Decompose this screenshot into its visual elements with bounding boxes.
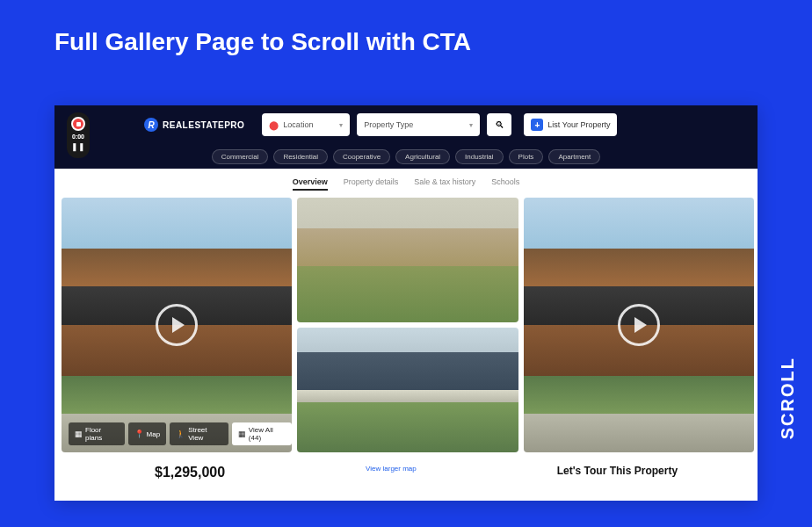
scroll-indicator: SCROLL [778,357,798,439]
gallery-thumb-cottage[interactable] [297,328,518,452]
floor-plans-button[interactable]: ▦Floor plans [69,422,125,445]
person-icon: 🚶 [176,430,185,438]
location-placeholder: Location [283,120,313,129]
record-icon [71,117,85,131]
map-button[interactable]: 📍Map [128,422,167,445]
gallery-main-image[interactable]: ▦Floor plans 📍Map 🚶Street View ▦View All… [62,198,292,452]
logo-text: REALESTATEPRO [163,120,244,130]
app-window: 0:00 ❚❚ R REALESTATEPRO ⬤ Location ▾ Pro… [54,105,758,501]
category-pills: Commercial Residential Cooperative Agric… [54,144,758,169]
logo[interactable]: R REALESTATEPRO [144,118,244,132]
grid-icon: ▦ [238,430,246,438]
category-pill[interactable]: Agricultural [395,149,450,164]
plus-icon: + [531,119,543,131]
detail-tabs: Overview Property details Sale & tax his… [54,169,758,198]
tab-property-details[interactable]: Property details [344,177,399,191]
slide-title: Full Gallery Page to Scroll with CTA [0,0,812,56]
gallery-right-image[interactable] [524,198,754,452]
play-icon[interactable] [618,304,660,346]
search-icon: 🔍︎ [495,119,504,130]
location-select[interactable]: ⬤ Location ▾ [262,113,350,136]
property-type-select[interactable]: Property Type ▾ [357,113,480,136]
recorder-time: 0:00 [72,134,84,140]
play-icon[interactable] [156,304,198,346]
category-pill[interactable]: Commercial [212,149,269,164]
list-property-label: List Your Property [547,120,610,129]
listing-price: $1,295,000 [155,465,225,480]
category-pill[interactable]: Apartment [548,149,600,164]
grid-icon: ▦ [75,430,83,438]
gallery-toolbar: ▦Floor plans 📍Map 🚶Street View ▦View All… [69,422,292,445]
category-pill[interactable]: Residential [273,149,328,164]
view-all-button[interactable]: ▦View All (44) [232,422,292,445]
tab-overview[interactable]: Overview [293,177,328,191]
tab-schools[interactable]: Schools [491,177,519,191]
pause-icon[interactable]: ❚❚ [71,142,85,151]
gallery-thumb-mansion[interactable] [297,198,518,322]
photo-gallery: ▦Floor plans 📍Map 🚶Street View ▦View All… [54,198,758,452]
below-gallery-row: $1,295,000 View larger map Let's Tour Th… [54,452,758,480]
pin-icon: 📍 [134,430,144,438]
category-pill[interactable]: Plots [509,149,544,164]
gallery-middle-column [297,198,518,452]
tab-sale-tax[interactable]: Sale & tax history [414,177,475,191]
logo-badge: R [144,118,158,132]
tour-heading: Let's Tour This Property [557,465,678,480]
view-larger-map-link[interactable]: View larger map [366,465,417,480]
street-view-button[interactable]: 🚶Street View [170,422,228,445]
pin-icon: ⬤ [269,120,279,130]
search-button[interactable]: 🔍︎ [487,113,511,136]
list-property-button[interactable]: + List Your Property [524,113,617,136]
chevron-down-icon: ▾ [339,121,343,129]
category-pill[interactable]: Cooperative [333,149,390,164]
property-type-placeholder: Property Type [364,120,413,129]
chevron-down-icon: ▾ [469,121,473,129]
header-bar: R REALESTATEPRO ⬤ Location ▾ Property Ty… [54,105,758,144]
category-pill[interactable]: Industrial [455,149,503,164]
screen-recorder-widget[interactable]: 0:00 ❚❚ [67,112,90,158]
